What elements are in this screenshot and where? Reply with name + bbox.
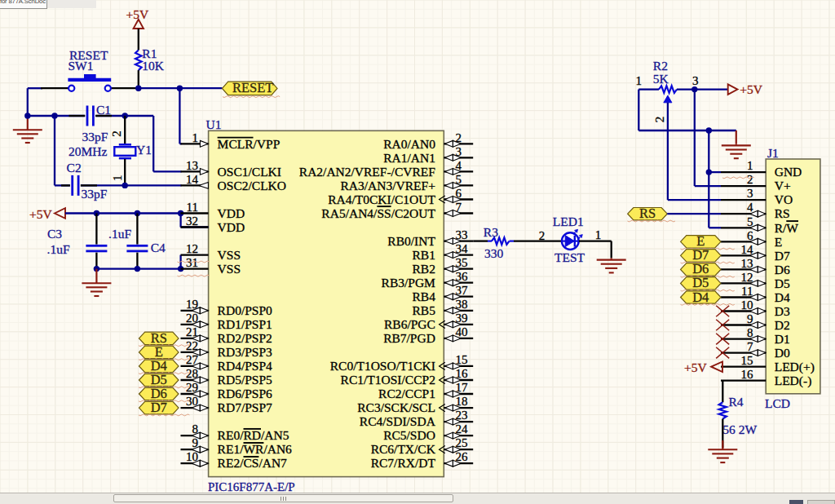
svg-text:GND: GND bbox=[775, 165, 802, 179]
svg-text:RC5/SDO: RC5/SDO bbox=[383, 428, 435, 442]
svg-text:RB3/PGM: RB3/PGM bbox=[382, 276, 436, 290]
svg-text:RD0/PSP0: RD0/PSP0 bbox=[218, 303, 272, 317]
svg-text:RESET: RESET bbox=[232, 80, 273, 95]
svg-text:D7: D7 bbox=[151, 400, 167, 415]
svg-text:14: 14 bbox=[741, 243, 754, 256]
svg-text:OSC1/CLKI: OSC1/CLKI bbox=[218, 165, 281, 179]
svg-text:12: 12 bbox=[741, 271, 753, 284]
svg-text:RC4/SDI/SDA: RC4/SDI/SDA bbox=[360, 414, 436, 428]
svg-text:E: E bbox=[775, 235, 782, 249]
svg-text:.1uF: .1uF bbox=[108, 227, 131, 241]
svg-text:33pF: 33pF bbox=[82, 130, 108, 144]
svg-text:RC3/SCK/SCL: RC3/SCK/SCL bbox=[357, 400, 435, 414]
svg-text:D2: D2 bbox=[775, 318, 790, 332]
svg-text:2: 2 bbox=[747, 173, 753, 186]
svg-text:RB4: RB4 bbox=[412, 290, 435, 303]
svg-text:R3: R3 bbox=[484, 225, 498, 239]
svg-text:OSC2/CLKO: OSC2/CLKO bbox=[218, 179, 286, 192]
svg-text:RE1/WR/AN6: RE1/WR/AN6 bbox=[218, 442, 293, 456]
svg-text:RA1/AN1: RA1/AN1 bbox=[383, 151, 435, 165]
svg-text:5: 5 bbox=[747, 215, 753, 228]
svg-text:RS: RS bbox=[775, 206, 790, 220]
svg-text:RC6/TX/CK: RC6/TX/CK bbox=[371, 442, 436, 456]
svg-text:D4: D4 bbox=[692, 290, 709, 305]
svg-text:12: 12 bbox=[186, 242, 198, 255]
svg-text:VSS: VSS bbox=[218, 262, 241, 276]
svg-text:TEST: TEST bbox=[554, 250, 585, 264]
svg-text:RC1/T1OSI/CCP2: RC1/T1OSI/CCP2 bbox=[341, 373, 435, 387]
svg-text:D3: D3 bbox=[775, 304, 790, 318]
svg-text:4: 4 bbox=[747, 201, 753, 214]
svg-text:7: 7 bbox=[747, 340, 753, 353]
svg-text:D5: D5 bbox=[775, 276, 790, 290]
svg-text:PIC16F877A-E/P: PIC16F877A-E/P bbox=[208, 480, 295, 493]
svg-text:RE0/RD/AN5: RE0/RD/AN5 bbox=[218, 428, 289, 442]
svg-text:D6: D6 bbox=[775, 263, 790, 276]
svg-text:15: 15 bbox=[741, 354, 753, 367]
svg-text:C1: C1 bbox=[96, 103, 111, 117]
svg-text:+5V: +5V bbox=[29, 207, 52, 221]
svg-text:V+: V+ bbox=[775, 179, 791, 192]
svg-text:RB0/INT: RB0/INT bbox=[387, 234, 435, 248]
svg-text:RB6/PGC: RB6/PGC bbox=[384, 317, 435, 331]
svg-text:D4: D4 bbox=[775, 290, 790, 304]
svg-text:56 2W: 56 2W bbox=[722, 422, 757, 436]
svg-text:Y1: Y1 bbox=[136, 143, 152, 157]
svg-text:C4: C4 bbox=[151, 241, 166, 254]
svg-text:2: 2 bbox=[110, 130, 123, 137]
svg-text:J1: J1 bbox=[767, 146, 779, 160]
svg-text:1: 1 bbox=[595, 228, 602, 241]
svg-text:2: 2 bbox=[653, 117, 666, 123]
svg-text:U1: U1 bbox=[206, 117, 222, 131]
svg-text:C2: C2 bbox=[67, 161, 82, 175]
svg-text:VDD: VDD bbox=[218, 220, 245, 234]
svg-text:LCD: LCD bbox=[765, 396, 790, 410]
svg-text:RB7/PGD: RB7/PGD bbox=[383, 331, 435, 345]
svg-text:LED(+): LED(+) bbox=[775, 360, 815, 374]
svg-text:LED(-): LED(-) bbox=[775, 374, 812, 388]
svg-text:RC7/RX/DT: RC7/RX/DT bbox=[371, 456, 436, 470]
svg-text:1: 1 bbox=[747, 159, 753, 172]
svg-text:VSS: VSS bbox=[218, 248, 241, 262]
svg-text:330: 330 bbox=[484, 246, 504, 260]
svg-text:13: 13 bbox=[741, 257, 753, 270]
svg-text:10: 10 bbox=[741, 298, 753, 312]
svg-text:9: 9 bbox=[747, 312, 753, 325]
svg-text:RS: RS bbox=[639, 206, 656, 221]
svg-text:10K: 10K bbox=[142, 59, 165, 73]
svg-text:1: 1 bbox=[111, 175, 124, 182]
svg-text:RD4/PSP4: RD4/PSP4 bbox=[218, 359, 272, 373]
svg-text:RA4/T0CKI/C1OUT: RA4/T0CKI/C1OUT bbox=[328, 192, 435, 206]
svg-text:11: 11 bbox=[187, 201, 198, 214]
svg-text:RD1/PSP1: RD1/PSP1 bbox=[218, 317, 272, 331]
svg-text:32: 32 bbox=[186, 214, 198, 228]
svg-text:+5V: +5V bbox=[126, 7, 149, 21]
svg-text:RD3/PSP3: RD3/PSP3 bbox=[218, 345, 272, 359]
svg-text:RD6/PSP6: RD6/PSP6 bbox=[218, 387, 272, 400]
svg-text:3: 3 bbox=[692, 74, 699, 87]
svg-text:MCLR/VPP: MCLR/VPP bbox=[218, 137, 281, 151]
svg-text:+5V: +5V bbox=[684, 360, 707, 374]
svg-text:33pF: 33pF bbox=[82, 187, 108, 201]
svg-text:D1: D1 bbox=[775, 332, 790, 346]
svg-text:13: 13 bbox=[186, 159, 198, 172]
svg-text:RC2/CCP1: RC2/CCP1 bbox=[378, 387, 435, 400]
svg-text:RE2/CS/AN7: RE2/CS/AN7 bbox=[218, 456, 288, 470]
svg-text:R2: R2 bbox=[653, 59, 668, 73]
svg-text:D0: D0 bbox=[775, 346, 790, 360]
svg-text:RC0/T1OSO/T1CKI: RC0/T1OSO/T1CKI bbox=[330, 359, 435, 373]
svg-text:.1uF: .1uF bbox=[47, 242, 70, 256]
svg-text:11: 11 bbox=[741, 285, 753, 298]
svg-text:RB2: RB2 bbox=[412, 262, 435, 276]
svg-text:VO: VO bbox=[775, 192, 793, 206]
svg-text:RA2/AN2/VREF-/CVREF: RA2/AN2/VREF-/CVREF bbox=[299, 165, 435, 179]
svg-text:RD5/PSP5: RD5/PSP5 bbox=[218, 373, 272, 387]
svg-text:6: 6 bbox=[747, 229, 753, 242]
svg-text:C3: C3 bbox=[47, 227, 62, 241]
svg-text:1: 1 bbox=[636, 74, 643, 87]
svg-text:RB5: RB5 bbox=[412, 303, 435, 317]
svg-text:RB1: RB1 bbox=[412, 248, 435, 262]
svg-text:8: 8 bbox=[747, 326, 753, 339]
svg-text:14: 14 bbox=[186, 173, 199, 186]
svg-text:R/W: R/W bbox=[775, 221, 799, 235]
